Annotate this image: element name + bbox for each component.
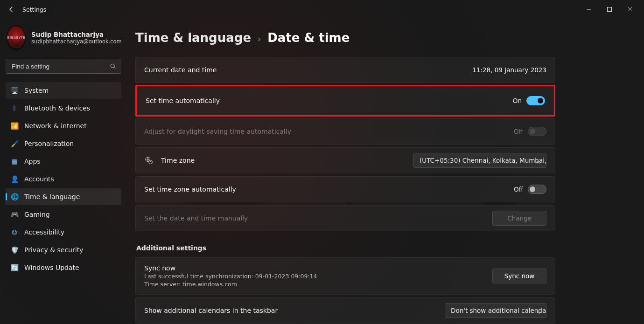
row-label: Current date and time [144,66,217,74]
row-additional-calendars: Show additional calendars in the taskbar… [135,297,555,324]
row-label: Adjust for daylight saving time automati… [144,128,291,135]
select-value: Don't show additional calendars [451,307,546,314]
toggle-dst: Off [514,127,546,136]
sync-time-server: Time server: time.windows.com [144,281,237,288]
sidebar-item-network[interactable]: 📶 Network & internet [6,117,121,134]
change-button: Change [492,211,546,226]
switch-icon [528,185,546,194]
row-set-time-automatically: Set time automatically On [137,86,554,115]
sidebar-item-apps[interactable]: ▦ Apps [6,153,121,170]
sync-info: Sync now Last successful time synchroniz… [144,264,317,288]
row-label: Set time zone automatically [144,186,236,193]
row-set-manually: Set the date and time manually Change [135,205,555,231]
section-title-additional: Additional settings [136,244,555,252]
select-value: (UTC+05:30) Chennai, Kolkata, Mumbai, Ne… [420,157,546,164]
toggle-state-label: On [513,97,522,104]
maximize-icon [607,7,612,12]
accessibility-icon: ⏣ [10,228,19,236]
current-datetime-value: 11:28, 09 January 2023 [472,66,546,74]
toggle-set-time-automatically[interactable]: On [513,96,545,105]
page-title: Date & time [267,31,350,45]
sidebar-item-accessibility[interactable]: ⏣ Accessibility [6,224,121,241]
sidebar-nav: 🖥️ System ᛒ Bluetooth & devices 📶 Networ… [6,82,121,276]
row-label: Sync now [144,264,175,272]
row-label: Set the date and time manually [144,214,248,222]
sidebar-item-system[interactable]: 🖥️ System [6,82,121,99]
switch-icon [526,96,545,105]
row-label: Show additional calendars in the taskbar [144,307,278,314]
titlebar: Settings [0,0,644,19]
switch-icon [528,127,546,136]
breadcrumb-parent[interactable]: Time & language [135,31,251,45]
row-dst-auto: Adjust for daylight saving time automati… [135,118,555,145]
arrow-left-icon [7,6,15,13]
sidebar-item-privacy[interactable]: 🛡️ Privacy & security [6,241,121,258]
sidebar-item-accounts[interactable]: 👤 Accounts [6,171,121,187]
user-card[interactable]: GIGABYTE Sudip Bhattacharjya sudipbhatta… [6,22,121,57]
minimize-button[interactable] [579,2,599,17]
row-timezone: Time zone (UTC+05:30) Chennai, Kolkata, … [135,147,555,173]
apps-icon: ▦ [10,157,19,165]
update-icon: 🔄 [10,263,19,272]
wifi-icon: 📶 [10,122,19,130]
sync-now-button[interactable]: Sync now [492,269,546,283]
sidebar-item-time-language[interactable]: 🌐 Time & language [6,188,121,205]
row-sync-now: Sync now Last successful time synchroniz… [135,257,555,295]
user-email: sudipbhattacharjya@outlook.com [31,38,122,45]
avatar: GIGABYTE [7,25,26,50]
breadcrumb: Time & language › Date & time [135,31,555,45]
toggle-state-label: Off [514,128,523,135]
desktop-icon: 🖥️ [10,86,19,95]
toggle-timezone-auto[interactable]: Off [514,185,546,194]
svg-point-1 [111,64,114,68]
sidebar-item-label: Time & language [24,193,80,200]
minimize-icon [586,7,592,12]
sidebar-item-bluetooth[interactable]: ᛒ Bluetooth & devices [6,100,121,117]
sidebar-item-gaming[interactable]: 🎮 Gaming [6,206,121,223]
back-button[interactable] [4,2,19,17]
row-current-datetime: Current date and time 11:28, 09 January … [135,57,555,83]
close-button[interactable] [620,2,640,17]
search-input[interactable] [6,59,121,74]
sync-last-success: Last successful time synchronization: 09… [144,273,317,280]
row-timezone-auto: Set time zone automatically Off [135,176,555,202]
shield-icon: 🛡️ [10,246,19,254]
sidebar-item-label: Accounts [24,175,54,183]
window-controls [579,2,640,17]
search-box[interactable] [6,59,121,74]
select-timezone[interactable]: (UTC+05:30) Chennai, Kolkata, Mumbai, Ne… [413,153,546,168]
sidebar-item-label: Network & internet [24,122,87,130]
row-label: Time zone [161,157,195,164]
sidebar-item-label: Apps [24,158,41,165]
sidebar-item-label: Privacy & security [24,246,83,254]
app-title: Settings [22,6,46,13]
bluetooth-icon: ᛒ [10,104,19,112]
sidebar-item-windows-update[interactable]: 🔄 Windows Update [6,259,121,276]
search-icon [109,62,117,70]
paintbrush-icon: 🖌️ [10,139,19,148]
row-label: Set time automatically [146,97,220,104]
user-name: Sudip Bhattacharjya [31,31,122,38]
sidebar-item-label: Windows Update [24,264,79,271]
svg-rect-0 [608,7,612,12]
sidebar-item-label: Personalization [24,140,74,147]
globe-clock-icon [144,156,154,165]
sidebar-item-label: System [24,87,49,94]
close-icon [627,7,633,12]
sidebar-item-personalization[interactable]: 🖌️ Personalization [6,135,121,152]
maximize-button[interactable] [599,2,620,17]
sidebar-item-label: Accessibility [24,228,64,236]
person-icon: 👤 [10,175,19,183]
sidebar-item-label: Gaming [24,211,50,218]
chevron-right-icon: › [258,34,261,44]
sidebar-item-label: Bluetooth & devices [24,104,90,112]
select-additional-calendars[interactable]: Don't show additional calendars [445,303,546,318]
globe-clock-icon: 🌐 [10,193,19,201]
main-content: Time & language › Date & time Current da… [126,19,644,324]
sidebar: GIGABYTE Sudip Bhattacharjya sudipbhatta… [0,19,126,324]
toggle-state-label: Off [514,186,523,193]
gamepad-icon: 🎮 [10,210,19,219]
highlight-annotation: Set time automatically On [135,85,555,117]
